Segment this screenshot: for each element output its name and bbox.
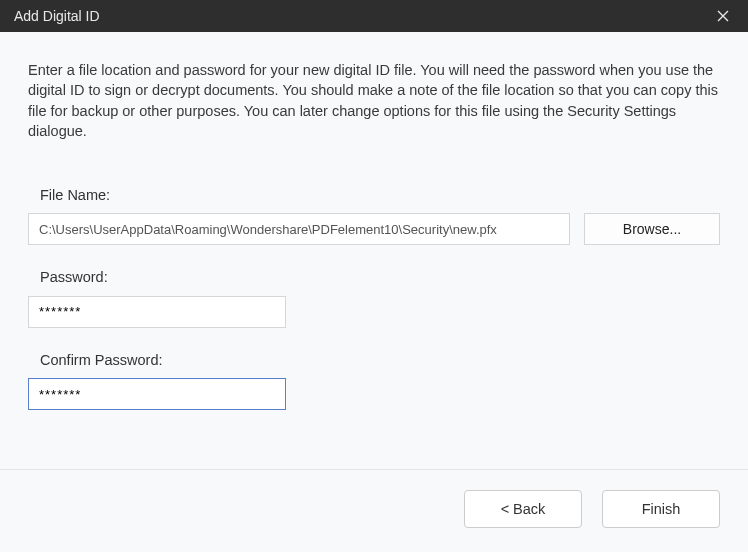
filename-group: File Name: Browse... xyxy=(28,185,720,245)
dialog-content: Enter a file location and password for y… xyxy=(0,32,748,469)
filename-input[interactable] xyxy=(28,213,570,245)
close-button[interactable] xyxy=(708,0,738,32)
password-label: Password: xyxy=(40,267,720,287)
confirm-password-group: Confirm Password: xyxy=(28,350,720,410)
password-group: Password: xyxy=(28,267,720,327)
window-title: Add Digital ID xyxy=(14,8,708,24)
browse-button[interactable]: Browse... xyxy=(584,213,720,245)
close-icon xyxy=(717,10,729,22)
back-button[interactable]: < Back xyxy=(464,490,582,528)
confirm-password-label: Confirm Password: xyxy=(40,350,720,370)
titlebar: Add Digital ID xyxy=(0,0,748,32)
finish-button[interactable]: Finish xyxy=(602,490,720,528)
filename-label: File Name: xyxy=(40,185,720,205)
filename-row: Browse... xyxy=(28,213,720,245)
confirm-password-input[interactable] xyxy=(28,378,286,410)
instructions-text: Enter a file location and password for y… xyxy=(28,60,720,141)
password-input[interactable] xyxy=(28,296,286,328)
footer: < Back Finish xyxy=(0,469,748,552)
